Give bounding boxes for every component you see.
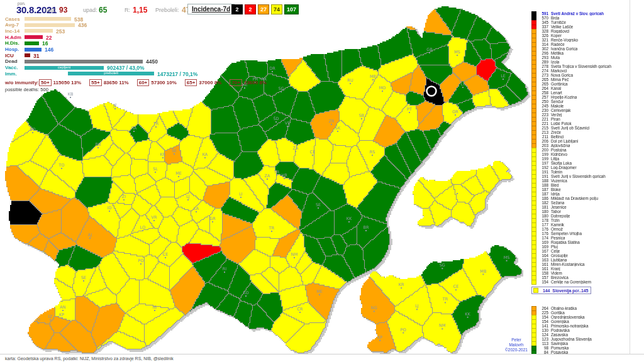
slovenia-value: 144 [543, 288, 550, 293]
legend-value: 124 [538, 332, 548, 337]
legend-row: 345Turnišče [531, 20, 631, 25]
covid-incidence-dashboard: pon. 30.8.2021 rast: 93 upad: 65 R: 1,15… [0, 0, 644, 362]
incidence-7d-button[interactable]: Incidenca-7d [187, 4, 235, 14]
legend-value: 199 [538, 152, 548, 156]
legend-row: 213Zreče [531, 130, 631, 134]
legend-name: Cerklje na Gorenjskem [551, 280, 591, 284]
wo-immunity-value: 83650 11% [104, 80, 129, 85]
stat-value: 1473217 / 70,1% [157, 71, 197, 77]
wo-immunity-item: 70+23600 8% [230, 79, 267, 86]
legend-name: Lenart [551, 90, 562, 95]
legend-name: Vuzenica [551, 178, 567, 183]
legend-name: Zreče [551, 130, 561, 134]
legend-value: 123 [538, 337, 548, 341]
legend-value: 199 [538, 156, 548, 161]
age-group-box: 55+ [89, 79, 102, 86]
legend-name: Ptuj [551, 244, 558, 249]
legend-name: Hrpelje-Kozina [551, 95, 577, 99]
legend-name: Sveti Jurij v Slovenskih goricah [551, 174, 606, 178]
legend-row: 187Bloke [531, 187, 631, 192]
stat-bar [25, 41, 39, 45]
stat-label: H.Adm [5, 35, 21, 40]
legend-name: Sveta Trojica v Slovenskih goricah [551, 64, 611, 69]
legend-value: 314 [538, 42, 548, 47]
legend-name: Ljubljana [551, 258, 567, 262]
legend-value: 191 [538, 174, 548, 178]
legend-row: 98Pomurska [531, 346, 631, 350]
legend-name: Brda [551, 16, 559, 20]
legend-row: 154Gorenjska [531, 319, 631, 324]
legend-color-square [531, 280, 536, 285]
legend-row: 211Beltinci [531, 134, 631, 139]
legend-row: 264Kanal [531, 86, 631, 90]
stat-bar [25, 48, 42, 52]
legend-name: Tolmin [551, 170, 562, 174]
data-sources-text: karta: Geodetska uprava RS, podatki: NIJ… [5, 356, 174, 361]
legend-value: 206 [538, 139, 548, 143]
category-count-box: 2 [245, 4, 256, 14]
legend-value: 169 [538, 240, 548, 244]
age-group-box: 65+ [185, 79, 197, 86]
legend-name: Postojna [551, 148, 567, 152]
stat-label: Avg-7 [5, 22, 19, 28]
r-value: 1,15 [133, 6, 147, 14]
legend-name: Rogašovci [551, 29, 569, 33]
legend-row: 130Podravska [531, 328, 631, 332]
legend-row: 337Velike Lašče [531, 25, 631, 29]
legend-value: 273 [538, 73, 548, 77]
stat-bar: cepljeni [25, 66, 104, 70]
legend-row: 296Metlika [531, 51, 631, 55]
legend-name: Tabor [551, 209, 561, 214]
rast-label: rast: [45, 7, 57, 13]
legend-row: 161Miren-Kostanjevica [531, 262, 631, 266]
legend-row: 197Škofja Loka [531, 161, 631, 165]
legend-name: Renče-Vogrsko [551, 38, 578, 42]
legend-name: Idrija [551, 192, 560, 196]
legend-row: 289Izola [531, 60, 631, 64]
legend-value: 188 [538, 183, 548, 187]
legend-row: 191Sveti Jurij v Slovenskih goricah [531, 174, 631, 178]
legend-value: 176 [538, 227, 548, 231]
legend-value: 264 [538, 86, 548, 90]
legend-value: 192 [538, 165, 548, 170]
stat-bar [25, 60, 143, 63]
legend-name: Zasavska [551, 332, 568, 337]
legend-name: Markovci [551, 69, 567, 73]
legend-value: 274 [538, 69, 548, 73]
legend-value: 570 [538, 16, 548, 20]
legend-name: Sežana [551, 200, 564, 205]
legend-name: Bloke [551, 187, 561, 192]
legend-value: 181 [538, 205, 548, 209]
legend-row: 187Idrija [531, 192, 631, 196]
legend-row: 199Kidričevo [531, 152, 631, 156]
legend-name: Miklavž na Dravskem polju [551, 196, 598, 200]
legend-value: 296 [538, 51, 548, 55]
stat-label: Cases [5, 16, 20, 22]
legend-value: 154 [538, 319, 548, 324]
legend-row: 221Loški Potok [531, 121, 631, 126]
legend-value: 188 [538, 178, 548, 183]
legend-value: 158 [538, 271, 548, 275]
legend-row: 188Bled [531, 183, 631, 187]
stat-bar: preboleli [68, 72, 154, 75]
wo-immunity-value: 57300 10% [151, 80, 176, 85]
legend-row: 225Goriška [531, 310, 631, 315]
legend-value: 187 [538, 192, 548, 196]
legend-row: 591Sveti Andraž v Slov. goricah [531, 11, 631, 16]
stat-bar [25, 35, 43, 39]
legend-value: 321 [538, 38, 548, 42]
legend-value: 265 [538, 82, 548, 86]
legend-name: Ivančna Gorica [551, 47, 577, 51]
legend-row: 113Savinjska [531, 341, 631, 346]
legend-name: Nova Gorica [551, 73, 573, 77]
legend-value: 302 [538, 47, 548, 51]
legend-value: 177 [538, 222, 548, 227]
legend-row: 176Ormož [531, 227, 631, 231]
legend-value: 257 [538, 95, 548, 99]
author-last-name: Malovrh [499, 343, 533, 348]
legend-row: 176Šempeter-Vrtojba [531, 231, 631, 236]
legend-name: Ormož [551, 227, 563, 231]
legend-name: Cerkvenjak [551, 108, 571, 112]
legend-row: 178Trzin [531, 218, 631, 222]
legend-row: 177Kamnik [531, 222, 631, 227]
